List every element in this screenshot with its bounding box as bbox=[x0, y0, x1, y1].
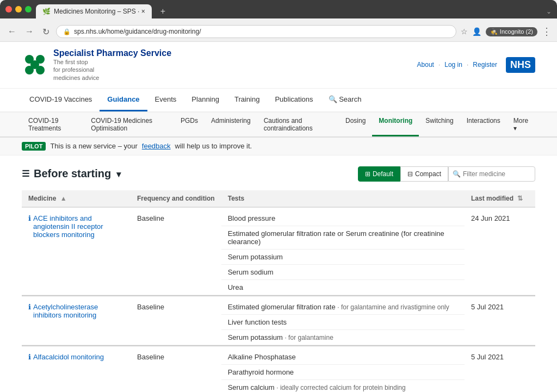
sub-nav: COVID-19 Treatments COVID-19 Medicines O… bbox=[0, 113, 557, 138]
subnav-monitoring[interactable]: Monitoring bbox=[372, 113, 419, 136]
minimize-dot[interactable] bbox=[15, 6, 22, 13]
menu-dots-icon[interactable]: ⋮ bbox=[542, 26, 552, 38]
medicine-link[interactable]: ℹAlfacalcidol monitoring bbox=[28, 353, 124, 361]
subnav-cautions[interactable]: Cautions and contraindications bbox=[257, 113, 339, 136]
test-cell: Serum potassium · for galantamine bbox=[221, 329, 465, 345]
nav-training[interactable]: Training bbox=[227, 89, 267, 111]
lock-icon: 🔒 bbox=[63, 28, 71, 35]
sps-logo-icon bbox=[22, 52, 48, 78]
view-controls: ⊞ Default ⊟ Compact 🔍 bbox=[358, 166, 535, 182]
test-cell: Serum potassium bbox=[221, 249, 465, 264]
logo-text: Specialist Pharmacy Service The first st… bbox=[53, 48, 171, 82]
back-button[interactable]: ← bbox=[5, 26, 18, 38]
nav-search[interactable]: 🔍 Search bbox=[321, 89, 369, 111]
frequency-column-header: Frequency and condition bbox=[131, 190, 221, 207]
test-subtext: · for galantamine and rivastigmine only bbox=[337, 303, 449, 311]
pilot-banner: PILOT This is a new service – your feedb… bbox=[0, 138, 557, 155]
header-links: About · Log in · Register bbox=[417, 61, 497, 69]
last-modified-cell: 5 Jul 2021 bbox=[465, 346, 535, 392]
maximize-dot[interactable] bbox=[25, 6, 32, 13]
svg-point-4 bbox=[30, 60, 39, 69]
url-text: sps.nhs.uk/home/guidance/drug-monitoring… bbox=[74, 28, 201, 35]
last-modified-cell: 24 Jun 2021 bbox=[465, 207, 535, 295]
content-area: ☰ Before starting ▾ ⊞ Default ⊟ Compact … bbox=[0, 155, 557, 392]
test-cell: Estimated glomerular filtration rate · f… bbox=[221, 296, 465, 315]
test-subtext: · for galantamine bbox=[284, 334, 333, 341]
address-bar[interactable]: 🔒 sps.nhs.uk/home/guidance/drug-monitori… bbox=[56, 25, 456, 38]
subnav-covid-treatments[interactable]: COVID-19 Treatments bbox=[22, 113, 84, 136]
monitoring-table: Medicine ▲ Frequency and condition Tests… bbox=[22, 190, 535, 392]
test-cell: Serum calcium · ideally corrected calciu… bbox=[221, 379, 465, 392]
subnav-covid-optimisation[interactable]: COVID-19 Medicines Optimisation bbox=[84, 113, 174, 136]
nhs-logo: NHS bbox=[506, 57, 535, 73]
subnav-switching[interactable]: Switching bbox=[419, 113, 460, 136]
hamburger-icon: ☰ bbox=[22, 169, 29, 179]
register-link[interactable]: Register bbox=[473, 61, 497, 69]
nav-publications[interactable]: Publications bbox=[267, 89, 320, 111]
window-control: ⌄ bbox=[546, 8, 552, 15]
frequency-cell: Baseline bbox=[131, 296, 221, 345]
section-title: ☰ Before starting ▾ bbox=[22, 167, 121, 180]
nav-covid-vaccines[interactable]: COVID-19 Vaccines bbox=[22, 89, 100, 111]
site-header: Specialist Pharmacy Service The first st… bbox=[0, 42, 557, 89]
tab-title: Medicines Monitoring – SPS · × bbox=[54, 8, 145, 15]
header-right: About · Log in · Register NHS bbox=[417, 57, 535, 73]
test-cell: Parathyroid hormone bbox=[221, 364, 465, 379]
sort-arrow-icon: ▲ bbox=[60, 195, 67, 202]
medicine-column-header[interactable]: Medicine ▲ bbox=[22, 190, 131, 207]
compact-icon: ⊟ bbox=[407, 170, 413, 178]
test-cell: Urea bbox=[221, 279, 465, 295]
bookmark-icon[interactable]: ☆ bbox=[461, 27, 468, 36]
subnav-pgds[interactable]: PGDs bbox=[174, 113, 205, 136]
section-title-link[interactable]: Before starting ▾ bbox=[34, 167, 121, 180]
info-icon: ℹ bbox=[28, 353, 31, 361]
nav-planning[interactable]: Planning bbox=[184, 89, 227, 111]
compact-view-button[interactable]: ⊟ Compact bbox=[400, 166, 448, 182]
subnav-dosing[interactable]: Dosing bbox=[339, 113, 372, 136]
medicine-link[interactable]: ℹAcetylcholinesterase inhibitors monitor… bbox=[28, 303, 124, 319]
default-view-button[interactable]: ⊞ Default bbox=[358, 166, 400, 182]
test-subtext: · ideally corrected calcium for protein … bbox=[276, 384, 405, 391]
main-nav: COVID-19 Vaccines Guidance Events Planni… bbox=[0, 89, 557, 113]
nav-events[interactable]: Events bbox=[147, 89, 184, 111]
table-row: ℹACE inhibitors and angiotensin II recep… bbox=[22, 207, 535, 226]
subnav-administering[interactable]: Administering bbox=[205, 113, 257, 136]
incognito-icon: 🕵 bbox=[490, 28, 498, 35]
close-dot[interactable] bbox=[5, 6, 12, 13]
incognito-badge: 🕵 Incognito (2) bbox=[486, 27, 537, 36]
last-modified-column-header[interactable]: Last modified ⇅ bbox=[465, 190, 535, 207]
feedback-link[interactable]: feedback bbox=[142, 142, 171, 150]
tab-favicon: 🌿 bbox=[42, 8, 51, 15]
last-modified-cell: 5 Jul 2021 bbox=[465, 296, 535, 345]
new-tab-button[interactable]: + bbox=[156, 4, 170, 18]
test-cell: Estimated glomerular filtration rate or … bbox=[221, 226, 465, 249]
frequency-cell: Baseline bbox=[131, 346, 221, 392]
grid-icon: ⊞ bbox=[365, 170, 370, 178]
subnav-interactions[interactable]: Interactions bbox=[460, 113, 507, 136]
table-row: ℹAlfacalcidol monitoringBaselineAlkaline… bbox=[22, 346, 535, 365]
info-icon: ℹ bbox=[28, 214, 31, 222]
nav-guidance[interactable]: Guidance bbox=[100, 89, 147, 111]
account-icon[interactable]: 👤 bbox=[472, 27, 481, 36]
reload-button[interactable]: ↻ bbox=[40, 26, 52, 38]
pilot-badge: PILOT bbox=[22, 142, 46, 151]
login-link[interactable]: Log in bbox=[444, 61, 462, 69]
filter-search-icon: 🔍 bbox=[453, 170, 461, 178]
section-header: ☰ Before starting ▾ ⊞ Default ⊟ Compact … bbox=[22, 166, 535, 182]
medicine-link[interactable]: ℹACE inhibitors and angiotensin II recep… bbox=[28, 214, 124, 239]
active-tab[interactable]: 🌿 Medicines Monitoring – SPS · × bbox=[36, 4, 152, 18]
last-modified-sort-icon: ⇅ bbox=[517, 195, 523, 202]
tests-column-header: Tests bbox=[221, 190, 465, 207]
info-icon: ℹ bbox=[28, 303, 31, 311]
test-cell: Alkaline Phosphatase bbox=[221, 346, 465, 365]
about-link[interactable]: About bbox=[417, 61, 434, 69]
filter-medicine-input[interactable] bbox=[448, 166, 535, 182]
forward-button[interactable]: → bbox=[23, 26, 36, 38]
filter-wrapper: 🔍 bbox=[448, 166, 535, 182]
test-cell: Blood pressure bbox=[221, 207, 465, 226]
test-cell: Liver function tests bbox=[221, 314, 465, 329]
frequency-cell: Baseline bbox=[131, 207, 221, 295]
logo-area: Specialist Pharmacy Service The first st… bbox=[22, 48, 171, 82]
subnav-more[interactable]: More ▾ bbox=[507, 113, 535, 136]
table-row: ℹAcetylcholinesterase inhibitors monitor… bbox=[22, 296, 535, 315]
